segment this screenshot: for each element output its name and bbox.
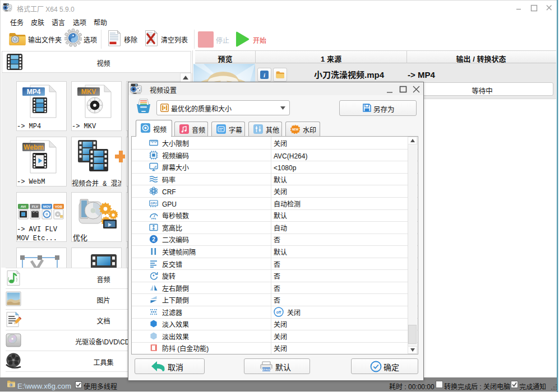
svg-text:FPS: FPS	[151, 217, 156, 220]
svg-text:GPU: GPU	[150, 202, 156, 205]
svg-text:DEFAULT: DEFAULT	[261, 368, 272, 371]
svg-text:2: 2	[152, 236, 155, 242]
